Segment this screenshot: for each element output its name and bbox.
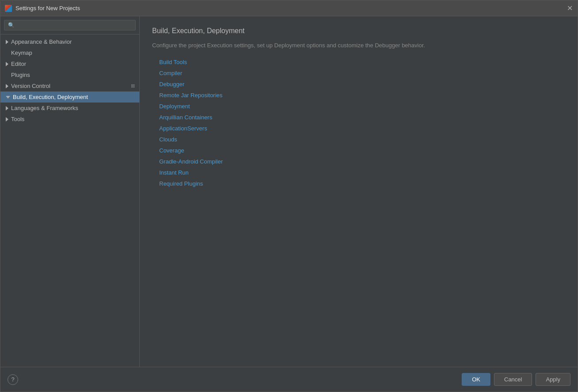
- title-bar-left: Settings for New Projects: [5, 5, 80, 12]
- sub-link-compiler[interactable]: Compiler: [159, 70, 565, 76]
- sub-link-deployment[interactable]: Deployment: [159, 103, 565, 110]
- cancel-button[interactable]: Cancel: [494, 373, 532, 386]
- sub-links-list: Build ToolsCompilerDebuggerRemote Jar Re…: [152, 59, 565, 187]
- sub-link-arquillian-containers[interactable]: Arquillian Containers: [159, 114, 565, 121]
- help-button[interactable]: ?: [8, 374, 18, 385]
- ok-button[interactable]: OK: [462, 373, 490, 386]
- app-icon: [5, 5, 12, 12]
- sub-link-clouds[interactable]: Clouds: [159, 136, 565, 143]
- sidebar-item-label: Version Control: [11, 83, 128, 89]
- expand-icon: [6, 117, 8, 122]
- sub-link-instant-run[interactable]: Instant Run: [159, 169, 565, 176]
- dialog-body: Appearance & Behavior Keymap Editor Plug…: [0, 16, 578, 367]
- footer-left: ?: [8, 374, 18, 385]
- dialog-footer: ? OK Cancel Apply: [0, 367, 578, 392]
- sidebar: Appearance & Behavior Keymap Editor Plug…: [0, 16, 140, 367]
- search-input[interactable]: [4, 20, 136, 30]
- sidebar-item-label: Build, Execution, Deployment: [13, 94, 135, 100]
- sidebar-item-label: Appearance & Behavior: [11, 38, 135, 45]
- dialog-title: Settings for New Projects: [15, 5, 80, 11]
- sub-link-required-plugins[interactable]: Required Plugins: [159, 180, 565, 187]
- sub-link-debugger[interactable]: Debugger: [159, 81, 565, 88]
- nav-items: Appearance & Behavior Keymap Editor Plug…: [0, 34, 139, 367]
- content-description: Configure the project Execution settings…: [152, 41, 565, 50]
- expand-icon: [6, 106, 8, 110]
- expand-icon: [6, 96, 10, 99]
- sidebar-item-languages[interactable]: Languages & Frameworks: [0, 103, 139, 114]
- sidebar-item-label: Keymap: [11, 49, 135, 56]
- sidebar-item-tools[interactable]: Tools: [0, 114, 139, 125]
- expand-icon: [6, 84, 8, 88]
- sub-link-coverage[interactable]: Coverage: [159, 147, 565, 154]
- sidebar-item-build-execution[interactable]: Build, Execution, Deployment: [0, 91, 139, 103]
- sub-link-application-servers[interactable]: ApplicationServers: [159, 125, 565, 132]
- main-content: Build, Execution, Deployment Configure t…: [140, 16, 578, 367]
- sidebar-item-plugins[interactable]: Plugins: [0, 69, 139, 80]
- sidebar-item-label: Languages & Frameworks: [11, 105, 135, 111]
- version-control-icon: ⊞: [131, 83, 135, 89]
- footer-right: OK Cancel Apply: [462, 373, 570, 386]
- sidebar-item-appearance[interactable]: Appearance & Behavior: [0, 36, 139, 47]
- apply-button[interactable]: Apply: [536, 373, 570, 386]
- content-title: Build, Execution, Deployment: [152, 27, 565, 35]
- sidebar-item-editor[interactable]: Editor: [0, 58, 139, 69]
- expand-icon: [6, 62, 8, 66]
- sidebar-item-label: Plugins: [11, 72, 135, 78]
- close-button[interactable]: ✕: [566, 5, 573, 12]
- sidebar-item-label: Editor: [11, 61, 135, 67]
- sidebar-item-keymap[interactable]: Keymap: [0, 47, 139, 58]
- settings-dialog: Settings for New Projects ✕ Appearance &…: [0, 0, 578, 392]
- sub-link-gradle-android-compiler[interactable]: Gradle-Android Compiler: [159, 158, 565, 165]
- expand-icon: [6, 40, 8, 44]
- sidebar-item-label: Tools: [11, 116, 135, 122]
- sub-link-remote-jar-repositories[interactable]: Remote Jar Repositories: [159, 92, 565, 99]
- search-bar: [0, 16, 139, 34]
- title-bar: Settings for New Projects ✕: [0, 0, 578, 16]
- sub-link-build-tools[interactable]: Build Tools: [159, 59, 565, 65]
- sidebar-item-version-control[interactable]: Version Control ⊞: [0, 80, 139, 91]
